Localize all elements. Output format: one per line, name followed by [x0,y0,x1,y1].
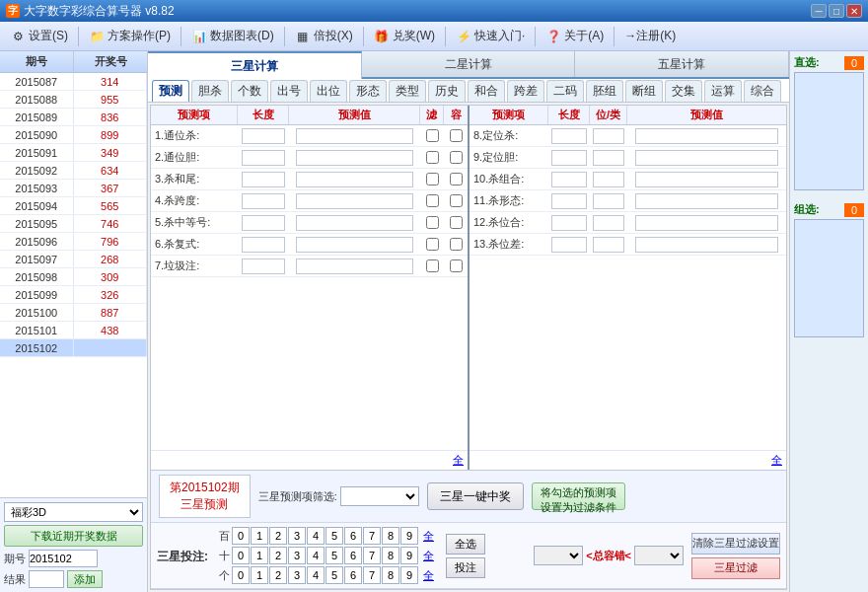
sub-tab-individual[interactable]: 个数 [231,80,268,102]
pred-capacity-check[interactable] [450,238,463,251]
period-predict-button[interactable]: 第2015102期 三星预测 [159,475,251,518]
right-full-link[interactable]: 全 [769,453,782,468]
sub-tab-twocode[interactable]: 二码 [546,80,584,102]
sub-tab-sum[interactable]: 和合 [468,80,505,102]
left-full-link[interactable]: 全 [451,453,464,468]
minimize-button[interactable]: ─ [811,4,827,18]
bet-button[interactable]: 投注 [446,557,485,578]
pred-pos-input[interactable] [593,172,624,187]
list-item[interactable]: 2015101 438 [0,322,147,339]
pred-pos-input[interactable] [593,128,624,144]
pred-value-input[interactable] [296,237,414,253]
pred-length-right-input[interactable] [551,128,587,144]
pred-value-input[interactable] [296,150,414,166]
pred-capacity-check[interactable] [450,151,463,164]
pred-pos-input[interactable] [593,150,624,166]
sub-tab-cutgroup[interactable]: 断组 [625,80,663,102]
number-button[interactable]: 6 [344,566,362,584]
number-button[interactable]: 3 [288,547,306,564]
menu-bet[interactable]: ▦ 倍投(X) [289,26,359,46]
number-button[interactable]: 8 [382,547,399,564]
menu-settings[interactable]: ⚙ 设置(S) [4,26,74,46]
list-item[interactable]: 2015100 887 [0,304,147,322]
menu-about[interactable]: ❓ 关于(A) [540,26,610,46]
pred-length-right-input[interactable] [551,193,587,209]
list-item[interactable]: 2015093 367 [0,180,147,197]
list-item[interactable]: 2015096 796 [0,233,147,251]
sub-tab-kill[interactable]: 胆杀 [191,80,229,102]
pred-filter-check[interactable] [426,259,439,272]
close-button[interactable]: ✕ [846,4,862,18]
three-star-filter-button[interactable]: 三星过滤 [691,557,780,579]
list-item[interactable]: 2015087 314 [0,73,147,91]
pred-pos-input[interactable] [593,237,624,253]
pred-capacity-check[interactable] [450,194,463,207]
pred-filter-check[interactable] [426,151,439,164]
hundred-quan-link[interactable]: 全 [423,529,434,544]
pred-length-input[interactable] [242,237,285,253]
pred-capacity-check[interactable] [450,259,463,272]
tab-two-star[interactable]: 二星计算 [362,51,576,77]
number-button[interactable]: 4 [307,547,325,564]
sub-tab-output[interactable]: 出号 [270,80,308,102]
menu-datatable[interactable]: 📊 数据图表(D) [185,26,280,46]
number-button[interactable]: 1 [251,547,268,564]
pred-capacity-check[interactable] [450,173,463,185]
list-item[interactable]: 2015091 349 [0,144,147,162]
pred-filter-check[interactable] [426,173,439,185]
number-button[interactable]: 3 [288,527,306,545]
number-button[interactable]: 3 [288,566,306,584]
result-input[interactable] [29,570,64,588]
list-item[interactable]: 2015099 326 [0,286,147,304]
menu-register[interactable]: →注册(K) [618,26,682,46]
total-right-select[interactable] [634,546,684,565]
number-button[interactable]: 2 [269,566,287,584]
pred-length-input[interactable] [242,128,285,144]
sub-tab-history[interactable]: 历史 [428,80,466,102]
number-button[interactable]: 4 [307,527,325,545]
total-left-select[interactable] [534,546,583,565]
download-button[interactable]: 下载近期开奖数据 [4,525,143,547]
pred-value-right-input[interactable] [635,237,778,253]
sub-tab-span[interactable]: 跨差 [507,80,544,102]
lottery-type-select[interactable]: 福彩3D [4,502,143,522]
sub-tab-intersect[interactable]: 交集 [665,80,702,102]
number-button[interactable]: 7 [363,527,381,545]
clear-filter-button[interactable]: 清除三星过滤设置 [691,533,780,555]
pred-value-input[interactable] [296,172,414,187]
list-item[interactable]: 2015102 [0,339,147,357]
period-list[interactable]: 2015087 314 2015088 955 2015089 836 2015… [0,73,147,497]
number-button[interactable]: 5 [326,527,343,545]
number-button[interactable]: 5 [326,566,343,584]
pred-pos-input[interactable] [593,215,624,231]
number-button[interactable]: 7 [363,566,381,584]
number-button[interactable]: 8 [382,566,399,584]
list-item[interactable]: 2015094 565 [0,197,147,215]
number-button[interactable]: 2 [269,527,287,545]
pred-value-input[interactable] [296,193,414,209]
sub-tab-position[interactable]: 出位 [310,80,347,102]
pred-capacity-check[interactable] [450,216,463,229]
pred-value-input[interactable] [296,215,414,231]
pred-pos-input[interactable] [593,193,624,209]
pred-length-input[interactable] [242,150,285,166]
menu-quickentry[interactable]: ⚡ 快速入门· [450,26,531,46]
pred-length-input[interactable] [242,215,285,231]
pred-capacity-check[interactable] [450,129,463,142]
pred-value-right-input[interactable] [635,172,778,187]
sub-tab-predict[interactable]: 预测 [152,80,189,102]
pred-length-input[interactable] [242,193,285,209]
menu-scheme[interactable]: 📁 方案操作(P) [83,26,177,46]
sub-tab-type[interactable]: 类型 [389,80,426,102]
number-button[interactable]: 9 [400,547,418,564]
pred-filter-check[interactable] [426,216,439,229]
pred-length-right-input[interactable] [551,150,587,166]
sub-tab-shape[interactable]: 形态 [349,80,387,102]
pred-value-right-input[interactable] [635,193,778,209]
number-button[interactable]: 4 [307,566,325,584]
number-button[interactable]: 0 [232,527,250,545]
pred-length-input[interactable] [242,172,285,187]
pred-value-right-input[interactable] [635,215,778,231]
pred-length-right-input[interactable] [551,215,587,231]
maximize-button[interactable]: □ [829,4,844,18]
